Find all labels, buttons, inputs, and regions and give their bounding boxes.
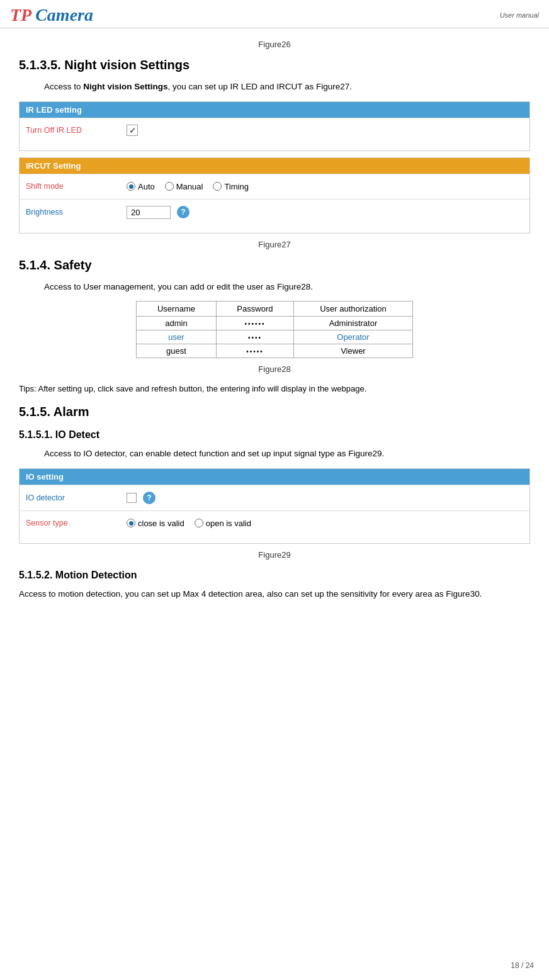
cell-user-username: user	[137, 330, 217, 344]
ir-led-label: Turn Off IR LED	[26, 126, 127, 135]
shift-mode-controls: Auto Manual Timing	[127, 182, 523, 191]
brightness-row: Brightness ?	[20, 199, 529, 225]
shift-mode-label: Shift mode	[26, 182, 127, 191]
ircut-panel-header: IRCUT Setting	[20, 158, 529, 174]
io-detector-row: IO detector ?	[20, 485, 529, 510]
intro-text-before-bold: Access to	[44, 82, 83, 91]
intro-text-after-bold: , you can set up IR LED and IRCUT as Fig…	[168, 82, 352, 91]
sensor-type-label: Sensor type	[26, 519, 127, 527]
cell-user-auth: Operator	[293, 330, 412, 344]
page-header: TP Camera User manual	[0, 0, 549, 28]
section-514-heading: 5.1.4. Safety	[19, 258, 530, 273]
section-5152-heading: 5.1.5.2. Motion Detection	[19, 570, 530, 581]
section-513-heading: 5.1.3.5. Night vision Settings	[19, 58, 530, 72]
figure26-label: Figure26	[19, 40, 530, 49]
section-515-heading: 5.1.5. Alarm	[19, 405, 530, 419]
user-table: Username Password User authorization adm…	[136, 301, 413, 358]
section-5151-intro: Access to IO detector, can enable detect…	[44, 447, 530, 461]
password-dots: ••••	[248, 334, 262, 341]
radio-open-label: open is valid	[206, 519, 251, 528]
shift-mode-timing[interactable]: Timing	[213, 182, 249, 191]
ir-led-row: Turn Off IR LED	[20, 118, 529, 143]
tips-text: Tips: After setting up, click save and r…	[19, 383, 530, 396]
cell-admin-password: ••••••	[216, 317, 293, 330]
figure29-label: Figure29	[19, 550, 530, 560]
brightness-input[interactable]	[127, 206, 171, 219]
radio-timing-circle	[213, 182, 222, 191]
page-footer: 18 / 24	[511, 961, 534, 970]
radio-manual-label: Manual	[176, 182, 203, 191]
cell-guest-auth: Viewer	[293, 344, 412, 358]
section-5151-heading: 5.1.5.1. IO Detect	[19, 429, 530, 441]
brightness-controls: ?	[127, 206, 523, 219]
user-manual-label: User manual	[500, 11, 539, 19]
table-row: admin •••••• Administrator	[137, 317, 413, 330]
shift-mode-row: Shift mode Auto Manual Timing	[20, 174, 529, 199]
radio-close-label: close is valid	[138, 519, 184, 528]
ir-led-panel: IR LED setting Turn Off IR LED	[19, 101, 530, 151]
figure27-label: Figure27	[19, 240, 530, 249]
password-dots: ••••••	[244, 320, 265, 327]
logo: TP Camera	[10, 5, 93, 25]
page-content: Figure26 5.1.3.5. Night vision Settings …	[0, 28, 549, 633]
radio-close-circle	[127, 519, 135, 527]
io-detector-help-icon[interactable]: ?	[143, 492, 156, 504]
shift-mode-manual[interactable]: Manual	[165, 182, 203, 191]
sensor-close-valid[interactable]: close is valid	[127, 519, 184, 528]
ir-led-panel-header: IR LED setting	[20, 102, 529, 118]
radio-timing-label: Timing	[224, 182, 249, 191]
sensor-type-controls: close is valid open is valid	[127, 519, 523, 528]
sensor-type-radio-group: close is valid open is valid	[127, 519, 251, 528]
cell-guest-username: guest	[137, 344, 217, 358]
io-panel: IO setting IO detector ? Sensor type clo…	[19, 468, 530, 544]
logo-camera: Camera	[31, 5, 93, 25]
intro-bold-text: Night vision Settings	[83, 82, 167, 91]
shift-mode-radio-group: Auto Manual Timing	[127, 182, 249, 191]
sensor-open-valid[interactable]: open is valid	[195, 519, 251, 528]
section-5152-intro: Access to motion detection, you can set …	[19, 587, 530, 601]
figure28-label: Figure28	[19, 364, 530, 374]
cell-guest-password: •••••	[216, 344, 293, 358]
ir-led-controls	[127, 125, 523, 136]
sensor-type-row: Sensor type close is valid open is valid	[20, 510, 529, 536]
brightness-help-icon[interactable]: ?	[177, 206, 190, 218]
cell-user-password: ••••	[216, 330, 293, 344]
col-auth: User authorization	[293, 301, 412, 317]
ircut-panel: IRCUT Setting Shift mode Auto Manual Tim…	[19, 157, 530, 234]
section-513-intro: Access to Night vision Settings, you can…	[44, 80, 530, 94]
io-detector-label: IO detector	[26, 493, 127, 502]
user-table-wrapper: Username Password User authorization adm…	[19, 301, 530, 358]
io-panel-header: IO setting	[20, 469, 529, 485]
section-514-intro: Access to User management, you can add o…	[44, 280, 530, 294]
shift-mode-auto[interactable]: Auto	[127, 182, 155, 191]
cell-admin-username: admin	[137, 317, 217, 330]
page-number: 18 / 24	[511, 961, 534, 970]
ir-led-checkbox[interactable]	[127, 125, 138, 136]
brightness-label: Brightness	[26, 208, 127, 217]
io-detector-checkbox[interactable]	[127, 493, 137, 503]
radio-auto-circle	[127, 182, 135, 191]
cell-admin-auth: Administrator	[293, 317, 412, 330]
col-password: Password	[216, 301, 293, 317]
table-row: guest ••••• Viewer	[137, 344, 413, 358]
logo-tp: TP	[10, 5, 31, 25]
io-detector-controls: ?	[127, 492, 523, 504]
col-username: Username	[137, 301, 217, 317]
radio-auto-label: Auto	[138, 182, 155, 191]
table-row: user •••• Operator	[137, 330, 413, 344]
radio-open-circle	[195, 519, 203, 527]
radio-manual-circle	[165, 182, 174, 191]
password-dots: •••••	[246, 348, 264, 355]
